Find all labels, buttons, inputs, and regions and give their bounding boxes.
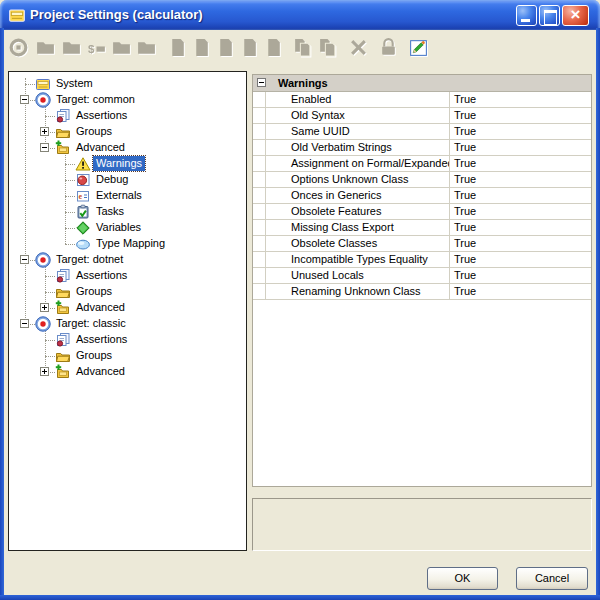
- tree-item-label[interactable]: Tasks: [93, 204, 127, 219]
- tree-item-debug[interactable]: Debug: [9, 172, 246, 188]
- edit-properties-icon[interactable]: [408, 37, 429, 58]
- tree-connector-stub: [25, 84, 35, 85]
- tree-item-advanced[interactable]: Advanced: [9, 300, 246, 316]
- tree-connector-stub: [45, 276, 55, 277]
- ok-button[interactable]: OK: [427, 567, 498, 590]
- property-row-missing-class-export[interactable]: Missing Class ExportTrue: [253, 220, 591, 236]
- tree-item-variables[interactable]: Variables: [9, 220, 246, 236]
- property-row-margin: [253, 252, 266, 267]
- cancel-button[interactable]: Cancel: [516, 567, 588, 590]
- tree-item-groups[interactable]: Groups: [9, 284, 246, 300]
- tree-item-label[interactable]: Groups: [73, 124, 115, 139]
- property-value[interactable]: True: [450, 204, 591, 219]
- tree-item-target-common[interactable]: Target: common: [9, 92, 246, 108]
- property-value[interactable]: True: [450, 268, 591, 283]
- property-row-same-uuid[interactable]: Same UUIDTrue: [253, 124, 591, 140]
- property-row-assignment-on-formal-expanded[interactable]: Assignment on Formal/ExpandedTrue: [253, 156, 591, 172]
- groups-icon: [55, 284, 71, 300]
- tree-connector-stub: [45, 340, 55, 341]
- tree-item-advanced[interactable]: Advanced: [9, 364, 246, 380]
- description-panel: [252, 498, 592, 551]
- tree-item-label[interactable]: Variables: [93, 220, 144, 235]
- expand-plus-icon[interactable]: [40, 303, 49, 312]
- property-value[interactable]: True: [450, 108, 591, 123]
- property-value[interactable]: True: [450, 220, 591, 235]
- collapse-minus-icon[interactable]: [20, 319, 29, 328]
- tree-item-label[interactable]: Advanced: [73, 364, 128, 379]
- tree-item-tasks[interactable]: Tasks: [9, 204, 246, 220]
- property-value[interactable]: True: [450, 140, 591, 155]
- tree-item-groups[interactable]: Groups: [9, 348, 246, 364]
- tree-item-label[interactable]: Groups: [73, 284, 115, 299]
- tree-item-label[interactable]: Debug: [93, 172, 131, 187]
- property-value[interactable]: True: [450, 124, 591, 139]
- expand-plus-icon[interactable]: [40, 127, 49, 136]
- property-value[interactable]: True: [450, 252, 591, 267]
- tree-item-label[interactable]: Groups: [73, 348, 115, 363]
- tree-item-type-mapping[interactable]: Type Mapping: [9, 236, 246, 252]
- tree-item-label[interactable]: Assertions: [73, 332, 130, 347]
- delete-x-icon: [348, 37, 369, 58]
- tree-item-label[interactable]: Assertions: [73, 108, 130, 123]
- property-name: Assignment on Formal/Expanded: [266, 156, 450, 171]
- tree-item-label[interactable]: Target: classic: [53, 316, 129, 331]
- tree-item-assertions[interactable]: Assertions: [9, 108, 246, 124]
- tree-item-advanced[interactable]: Advanced: [9, 140, 246, 156]
- tree-item-warnings[interactable]: Warnings: [9, 156, 246, 172]
- minimize-icon[interactable]: [516, 5, 537, 26]
- assertions-icon: [55, 268, 71, 284]
- app-icon: [8, 6, 26, 24]
- tree-item-label[interactable]: System: [53, 76, 96, 91]
- tree-item-label[interactable]: Advanced: [73, 300, 128, 315]
- tree-item-label[interactable]: Externals: [93, 188, 145, 203]
- property-value[interactable]: True: [450, 188, 591, 203]
- property-row-options-unknown-class[interactable]: Options Unknown ClassTrue: [253, 172, 591, 188]
- property-row-obsolete-features[interactable]: Obsolete FeaturesTrue: [253, 204, 591, 220]
- close-icon[interactable]: [562, 5, 589, 26]
- tree-item-label[interactable]: Assertions: [73, 268, 130, 283]
- property-row-incompatible-types-equality[interactable]: Incompatible Types EqualityTrue: [253, 252, 591, 268]
- tree-item-target-dotnet[interactable]: Target: dotnet: [9, 252, 246, 268]
- collapse-minus-icon[interactable]: [20, 95, 29, 104]
- property-value[interactable]: True: [450, 284, 591, 299]
- tree-item-label[interactable]: Type Mapping: [93, 236, 168, 251]
- tree-item-label[interactable]: Advanced: [73, 140, 128, 155]
- tree-item-externals[interactable]: eExternals: [9, 188, 246, 204]
- property-name: Enabled: [266, 92, 450, 107]
- tasks-icon: [75, 204, 91, 220]
- tree-connector-stub: [65, 244, 75, 245]
- property-row-margin: [253, 236, 266, 251]
- window-title: Project Settings (calculator): [30, 0, 203, 30]
- tree-item-label[interactable]: Target: dotnet: [53, 252, 126, 267]
- tree-item-assertions[interactable]: Assertions: [9, 332, 246, 348]
- tree-item-groups[interactable]: Groups: [9, 124, 246, 140]
- property-row-enabled[interactable]: EnabledTrue: [253, 92, 591, 108]
- property-grid: Warnings EnabledTrueOld SyntaxTrueSame U…: [252, 74, 592, 487]
- collapse-minus-icon[interactable]: [20, 255, 29, 264]
- maximize-icon[interactable]: [539, 5, 560, 26]
- collapse-minus-icon[interactable]: [40, 143, 49, 152]
- property-value[interactable]: True: [450, 236, 591, 251]
- property-row-onces-in-generics[interactable]: Onces in GenericsTrue: [253, 188, 591, 204]
- property-row-old-verbatim-strings[interactable]: Old Verbatim StringsTrue: [253, 140, 591, 156]
- property-row-obsolete-classes[interactable]: Obsolete ClassesTrue: [253, 236, 591, 252]
- property-value[interactable]: True: [450, 172, 591, 187]
- property-row-margin: [253, 156, 266, 171]
- property-value[interactable]: True: [450, 156, 591, 171]
- tree-item-label[interactable]: Target: common: [53, 92, 138, 107]
- property-row-margin: [253, 268, 266, 283]
- tree-connector-stub: [65, 164, 75, 165]
- tree-item-label[interactable]: Warnings: [93, 156, 145, 171]
- expand-plus-icon[interactable]: [40, 367, 49, 376]
- property-value[interactable]: True: [450, 92, 591, 107]
- tree-item-assertions[interactable]: Assertions: [9, 268, 246, 284]
- window-border-right: [596, 28, 600, 600]
- collapse-minus-icon[interactable]: [257, 78, 266, 87]
- client-area: $ SystemTarget: commonAssertionsGroupsAd…: [4, 30, 596, 595]
- tree-connector-stub: [65, 212, 75, 213]
- tree-item-system[interactable]: System: [9, 76, 246, 92]
- tree-item-target-classic[interactable]: Target: classic: [9, 316, 246, 332]
- property-row-renaming-unknown-class[interactable]: Renaming Unknown ClassTrue: [253, 284, 591, 300]
- property-row-old-syntax[interactable]: Old SyntaxTrue: [253, 108, 591, 124]
- property-row-unused-locals[interactable]: Unused LocalsTrue: [253, 268, 591, 284]
